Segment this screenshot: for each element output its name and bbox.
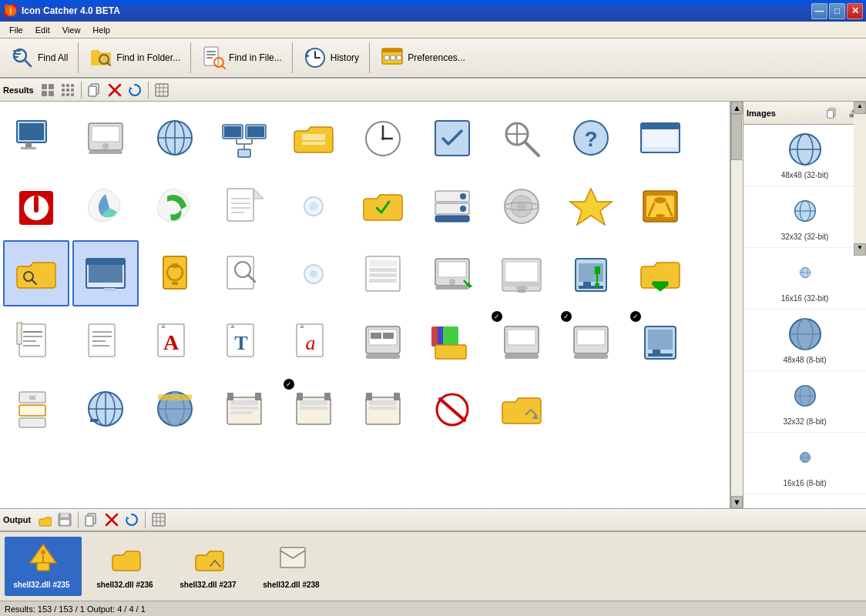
icon-cell[interactable] [3, 172, 69, 239]
icon-cell[interactable] [72, 376, 139, 442]
icon-cell[interactable] [627, 240, 693, 306]
icon-cell[interactable] [350, 105, 416, 171]
find-in-folder-button[interactable]: Find in Folder... [82, 41, 187, 75]
icon-cell[interactable] [488, 376, 555, 442]
results-grid[interactable] [153, 81, 171, 99]
icon-cell[interactable]: ✉ [3, 376, 69, 442]
output-save[interactable] [55, 511, 74, 529]
grid-scrollbar[interactable]: ▲ ▼ [730, 102, 743, 508]
results-view-large[interactable] [39, 81, 57, 99]
icon-cell[interactable]: ✓ [488, 308, 555, 374]
icon-cell[interactable] [211, 240, 277, 306]
right-scroll-up[interactable]: ▲ [854, 102, 866, 114]
output-item-236[interactable]: shell32.dll #236 [88, 537, 165, 596]
output-refresh[interactable] [123, 511, 141, 529]
output-item-238[interactable]: shell32.dll #238 [254, 537, 331, 596]
icon-cell[interactable] [72, 308, 139, 374]
right-scrollbar[interactable]: ▲ ▼ [854, 102, 866, 256]
icon-cell[interactable] [280, 172, 347, 239]
icon-cell[interactable] [142, 376, 208, 442]
icon-cell[interactable] [350, 308, 416, 374]
menu-view[interactable]: View [56, 24, 87, 36]
icon-cell[interactable] [3, 105, 69, 171]
image-item-32-32[interactable]: 32x32 (32-bit) [743, 186, 866, 248]
icon-cell[interactable] [72, 105, 139, 171]
scroll-up-button[interactable]: ▲ [731, 102, 743, 114]
icon-cell[interactable] [350, 376, 416, 442]
icon-cell[interactable] [211, 105, 277, 171]
right-scroll-down[interactable]: ▼ [854, 243, 866, 256]
image-item-48-8[interactable]: 48x48 (8-bit) [743, 310, 866, 371]
svg-rect-5 [13, 53, 21, 55]
icon-cell[interactable]: A [142, 308, 208, 374]
icon-cell[interactable] [142, 240, 208, 306]
scroll-down-button[interactable]: ▼ [731, 496, 743, 508]
icon-cell[interactable] [211, 376, 277, 442]
icon-cell[interactable]: a [280, 308, 347, 374]
images-panel-content[interactable]: 48x48 (32-bit) 32x32 (32-bit) 16x16 (32-… [743, 125, 866, 508]
icon-cell[interactable] [280, 105, 347, 171]
icon-cell[interactable]: T [211, 308, 277, 374]
history-button[interactable]: History [296, 41, 366, 75]
icon-cell[interactable] [558, 172, 624, 239]
icon-cell[interactable] [72, 172, 139, 239]
output-copy[interactable] [82, 511, 101, 529]
icon-cell[interactable] [142, 172, 208, 239]
results-copy[interactable] [86, 81, 104, 99]
icon-cell[interactable] [350, 240, 416, 306]
image-item-16-8[interactable]: 16x16 (8-bit) [743, 433, 866, 494]
image-item-32-8[interactable]: 32x32 (8-bit) [743, 371, 866, 433]
status-text: Results: 153 / 153 / 1 Output: 4 / 4 / 1 [5, 604, 146, 614]
results-view-small[interactable] [59, 81, 77, 99]
images-copy[interactable] [823, 104, 841, 122]
icon-cell[interactable] [419, 308, 485, 374]
icon-cell[interactable] [488, 240, 555, 306]
output-grid[interactable] [149, 511, 168, 529]
output-sep-2 [145, 511, 146, 528]
icon-cell[interactable] [3, 308, 69, 374]
image-item-16-32[interactable]: 16x16 (32-bit) [743, 248, 866, 310]
results-refresh[interactable] [126, 81, 144, 99]
results-delete[interactable] [106, 81, 124, 99]
svg-point-100 [460, 206, 466, 212]
menu-edit[interactable]: Edit [29, 24, 56, 36]
image-item-48-32[interactable]: 48x48 (32-bit) [743, 125, 866, 186]
icon-cell[interactable] [211, 172, 277, 239]
icon-cell[interactable] [419, 105, 485, 171]
find-all-button[interactable]: Find All [3, 41, 75, 75]
icon-cell[interactable] [419, 172, 485, 239]
minimize-button[interactable]: — [811, 3, 827, 19]
output-delete[interactable] [102, 511, 121, 529]
output-open[interactable] [35, 511, 54, 529]
icon-cell[interactable] [72, 240, 139, 306]
preferences-button[interactable]: Preferences... [373, 41, 472, 75]
icon-cell[interactable] [419, 240, 485, 306]
icon-grid-container[interactable]: ? [0, 102, 730, 508]
icon-cell[interactable] [488, 172, 555, 239]
svg-rect-250 [37, 563, 49, 571]
icon-cell[interactable] [627, 105, 693, 171]
output-item-235[interactable]: shell32.dll #235 [5, 537, 82, 596]
icon-cell[interactable]: ✓ [280, 376, 347, 442]
icon-cell[interactable]: ✓ [627, 308, 693, 374]
maximize-button[interactable]: □ [829, 3, 845, 19]
icon-cell[interactable] [419, 376, 485, 442]
find-all-icon [10, 45, 35, 70]
icon-cell[interactable] [280, 240, 347, 306]
close-button[interactable]: ✕ [847, 3, 863, 19]
svg-rect-87 [227, 189, 253, 221]
icon-cell[interactable] [3, 240, 69, 306]
menu-file[interactable]: File [3, 24, 29, 36]
menu-help[interactable]: Help [86, 24, 116, 36]
icon-cell[interactable] [142, 105, 208, 171]
find-in-file-button[interactable]: Find in File... [194, 41, 289, 75]
output-item-237[interactable]: shell32.dll #237 [171, 537, 248, 596]
svg-point-252 [41, 550, 45, 554]
icon-cell[interactable]: ✓ [558, 308, 624, 374]
icon-cell[interactable] [488, 105, 555, 171]
icon-cell[interactable]: ? [558, 105, 624, 171]
scroll-thumb[interactable] [731, 114, 742, 160]
icon-cell[interactable] [558, 240, 624, 306]
icon-cell[interactable] [350, 172, 416, 239]
icon-cell[interactable] [627, 172, 693, 239]
